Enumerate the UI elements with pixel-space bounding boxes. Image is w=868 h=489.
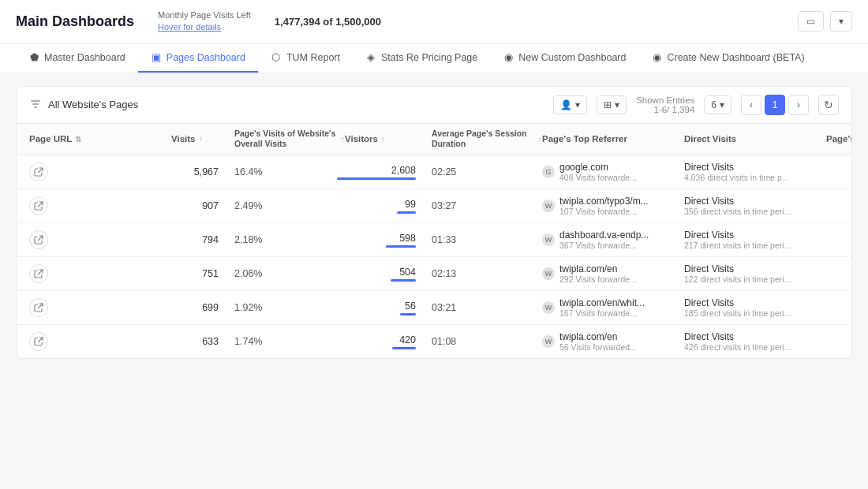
visitors-num-0: 2,608 (391, 165, 416, 176)
link-icon-3[interactable] (29, 264, 48, 283)
link-icon-0[interactable] (29, 162, 48, 181)
entries-per-page-btn[interactable]: 6 ▾ (704, 95, 731, 114)
refresh-btn[interactable]: ↻ (818, 95, 839, 115)
direct-sub-1: 356 direct visits in time peri... (684, 207, 826, 216)
cell-visits-2: 794 (171, 234, 234, 245)
columns-filter-btn[interactable]: ⊞ ▾ (597, 95, 627, 114)
col-visitors[interactable]: Visitors ↑ (345, 129, 432, 150)
tab-create-label: Create New Dashboard (BETA) (667, 52, 804, 63)
col-visits[interactable]: Visits ↑ (171, 129, 234, 150)
direct-label-4: Direct Visits (684, 297, 826, 308)
sort-page-url-icon: ⇅ (75, 135, 81, 144)
col-page-url[interactable]: Page URL ⇅ (29, 129, 171, 150)
all-pages-label: All Website's Pages (48, 99, 138, 110)
shown-entries-range: 1-6/ 1,394 (636, 105, 694, 114)
col-overall-visits[interactable]: Page's Visits of Website's Overall Visit… (234, 129, 345, 150)
direct-sub-5: 426 direct visits in time peri... (684, 342, 826, 352)
direct-label-3: Direct Visits (684, 263, 826, 274)
tab-create-dashboard[interactable]: ◉ Create New Dashboard (BETA) (638, 44, 817, 73)
col-visitors-label: Visitors (345, 134, 378, 144)
visitors-bar-4 (400, 313, 416, 315)
link-icon-1[interactable] (29, 196, 48, 215)
visitors-num-2: 598 (399, 233, 416, 244)
direct-sub-2: 217 direct visits in time peri... (684, 241, 826, 250)
cell-direct-3: Direct Visits 122 direct visits in time … (684, 263, 826, 284)
tab-pages-dashboard[interactable]: ▣ Pages Dashboard (138, 44, 258, 73)
cell-visitors-3: 504 (345, 267, 432, 282)
cell-bounce-3: 84.7% (826, 268, 852, 279)
page-1-btn[interactable]: 1 (765, 95, 785, 115)
visits-count: 1,477,394 of 1,500,000 (275, 16, 381, 28)
referrer-name-5: twipla.com/en (559, 331, 637, 342)
prev-page-btn[interactable]: ‹ (741, 95, 761, 115)
cell-duration-3: 02:13 (432, 268, 542, 279)
chevron-entries-icon: ▾ (720, 99, 724, 110)
direct-label-2: Direct Visits (684, 230, 826, 241)
tab-master-label: Master Dashboard (44, 52, 125, 63)
cell-bounce-0: 79.4% (826, 166, 852, 177)
tab-pages-label: Pages Dashboard (166, 52, 245, 63)
direct-sub-3: 122 direct visits in time peri... (684, 274, 826, 284)
next-page-btn[interactable]: › (788, 95, 809, 115)
referrer-name-4: twipla.com/en/whit... (559, 297, 645, 308)
visitors-bar-2 (386, 245, 416, 248)
referrer-info-1: twipla.com/typo3/m... 107 Visits forward… (559, 196, 649, 216)
nav-tabs: ⬟ Master Dashboard ▣ Pages Dashboard ⬡ T… (0, 44, 868, 73)
cell-url-3 (29, 264, 171, 283)
referrer-name-3: twipla.com/en (559, 263, 637, 274)
visitors-bar-5 (392, 347, 416, 349)
tab-new-custom[interactable]: ◉ New Custom Dashboard (490, 44, 638, 73)
visitors-bar-1 (397, 211, 416, 214)
tab-tum-report[interactable]: ⬡ TUM Report (258, 44, 353, 73)
col-top-referrer[interactable]: Page's Top Referrer (542, 129, 684, 150)
col-direct-visits[interactable]: Direct Visits (684, 129, 826, 150)
tab-stats-pricing[interactable]: ◈ Stats Re Pricing Page (353, 44, 490, 73)
shown-entries: Shown Entries 1-6/ 1,394 (636, 95, 694, 114)
dropdown-button[interactable]: ▾ (830, 11, 852, 32)
tab-master-dashboard[interactable]: ⬟ Master Dashboard (16, 44, 138, 73)
visitors-filter-btn[interactable]: 👤 ▾ (553, 95, 587, 114)
cell-visits-3: 751 (171, 268, 234, 279)
cell-pct-2: 2.18% (234, 234, 345, 245)
column-headers: Page URL ⇅ Visits ↑ Page's Visits of Web… (17, 124, 851, 155)
col-page-url-label: Page URL (29, 134, 72, 144)
visitors-num-1: 99 (405, 199, 416, 210)
table-row: 633 1.74% 420 01:08 W twipla.com/en 56 V… (17, 325, 851, 358)
pagination-controls: ‹ 1 › (741, 95, 809, 115)
visitors-num-4: 56 (405, 300, 416, 312)
cell-bounce-1: 63.7% (826, 200, 852, 211)
referrer-info-3: twipla.com/en 292 Visits forwarde... (559, 263, 637, 284)
cell-visitors-4: 56 (345, 300, 432, 315)
cell-visits-0: 5,967 (171, 166, 234, 177)
svg-rect-1 (32, 103, 39, 105)
referrer-sub-3: 292 Visits forwarde... (559, 274, 637, 284)
cell-pct-5: 1.74% (234, 336, 345, 347)
pages-icon: ▣ (151, 52, 162, 63)
cell-visitors-1: 99 (345, 199, 432, 214)
col-session-duration[interactable]: Average Page's Session Duration ↑ (432, 129, 542, 150)
table-header-left: All Website's Pages (29, 99, 138, 111)
cell-pct-0: 16.4% (234, 166, 345, 177)
cell-referrer-3: W twipla.com/en 292 Visits forwarde... (542, 263, 684, 284)
referrer-icon-4: W (542, 301, 555, 314)
cell-pct-4: 1.92% (234, 302, 345, 313)
col-direct-label: Direct Visits (684, 134, 736, 144)
cell-direct-4: Direct Visits 185 direct visits in time … (684, 297, 826, 318)
col-referrer-label: Page's Top Referrer (542, 134, 627, 144)
link-icon-2[interactable] (29, 230, 48, 249)
link-icon-5[interactable] (29, 332, 48, 351)
cell-visits-4: 699 (171, 302, 234, 313)
link-icon-4[interactable] (29, 298, 48, 317)
cell-url-0 (29, 162, 171, 181)
table-header-right: 👤 ▾ ⊞ ▾ Shown Entries 1-6/ 1,394 6 ▾ ‹ (553, 95, 839, 115)
chevron-down-icon: ▾ (839, 16, 844, 27)
calendar-button[interactable]: ▭ (798, 11, 824, 32)
tab-custom-label: New Custom Dashboard (518, 52, 626, 63)
referrer-info-4: twipla.com/en/whit... 167 Visits forward… (559, 297, 645, 318)
table-row: 794 2.18% 598 01:33 W dashboard.va-endp.… (17, 223, 851, 257)
visits-hover[interactable]: Hover for details (158, 21, 251, 33)
col-bounce-rate[interactable]: Page's Bounce Rate ↑ (826, 129, 852, 150)
custom-icon: ◉ (503, 52, 514, 63)
sort-visitors-icon: ↑ (381, 135, 385, 144)
cell-duration-4: 03:21 (432, 302, 542, 313)
